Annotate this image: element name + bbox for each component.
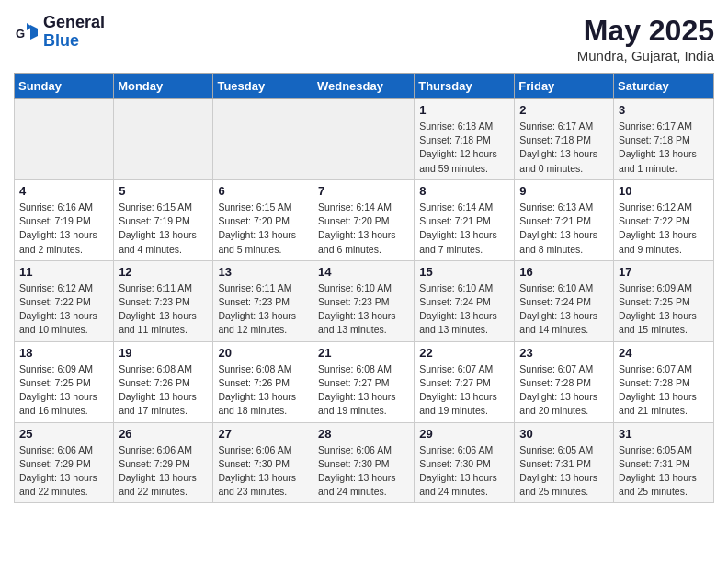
page-header: G General Blue May 2025 Mundra, Gujarat,… [14,14,714,63]
day-info: Sunrise: 6:17 AMSunset: 7:18 PMDaylight:… [619,120,709,176]
day-number: 13 [218,265,308,279]
logo: G General Blue [14,14,105,51]
calendar-cell: 24Sunrise: 6:07 AMSunset: 7:28 PMDayligh… [614,341,714,422]
calendar-cell: 15Sunrise: 6:10 AMSunset: 7:24 PMDayligh… [415,260,515,341]
day-info: Sunrise: 6:16 AMSunset: 7:19 PMDaylight:… [19,201,108,257]
calendar-cell: 23Sunrise: 6:07 AMSunset: 7:28 PMDayligh… [515,341,614,422]
calendar-week-1: 4Sunrise: 6:16 AMSunset: 7:19 PMDaylight… [15,179,714,260]
day-info: Sunrise: 6:08 AMSunset: 7:27 PMDaylight:… [318,362,409,419]
day-number: 12 [119,265,208,279]
title-block: May 2025 Mundra, Gujarat, India [577,14,714,63]
calendar-week-0: 1Sunrise: 6:18 AMSunset: 7:18 PMDaylight… [15,99,714,180]
calendar-cell: 17Sunrise: 6:09 AMSunset: 7:25 PMDayligh… [614,260,714,341]
day-info: Sunrise: 6:15 AMSunset: 7:20 PMDaylight:… [218,201,308,257]
location: Mundra, Gujarat, India [577,48,714,63]
day-info: Sunrise: 6:10 AMSunset: 7:24 PMDaylight:… [419,282,509,338]
day-number: 30 [519,427,609,441]
calendar-cell: 13Sunrise: 6:11 AMSunset: 7:23 PMDayligh… [213,260,313,341]
day-info: Sunrise: 6:12 AMSunset: 7:22 PMDaylight:… [19,282,108,338]
calendar-cell: 27Sunrise: 6:06 AMSunset: 7:30 PMDayligh… [213,422,313,503]
calendar-cell: 12Sunrise: 6:11 AMSunset: 7:23 PMDayligh… [114,260,213,341]
day-number: 14 [318,265,409,279]
day-info: Sunrise: 6:07 AMSunset: 7:28 PMDaylight:… [519,362,609,419]
day-number: 19 [119,346,208,360]
day-number: 8 [419,184,509,198]
calendar-cell: 16Sunrise: 6:10 AMSunset: 7:24 PMDayligh… [515,260,614,341]
day-number: 29 [419,427,509,441]
day-number: 25 [19,427,108,441]
day-info: Sunrise: 6:09 AMSunset: 7:25 PMDaylight:… [19,362,108,419]
day-number: 27 [218,427,308,441]
day-info: Sunrise: 6:12 AMSunset: 7:22 PMDaylight:… [619,201,709,257]
day-number: 21 [318,346,409,360]
calendar-cell: 25Sunrise: 6:06 AMSunset: 7:29 PMDayligh… [15,422,114,503]
day-info: Sunrise: 6:07 AMSunset: 7:27 PMDaylight:… [419,362,509,419]
calendar-cell: 2Sunrise: 6:17 AMSunset: 7:18 PMDaylight… [515,99,614,180]
calendar-cell [114,99,213,180]
calendar-cell: 14Sunrise: 6:10 AMSunset: 7:23 PMDayligh… [313,260,414,341]
day-number: 15 [419,265,509,279]
day-number: 22 [419,346,509,360]
calendar-cell: 3Sunrise: 6:17 AMSunset: 7:18 PMDaylight… [614,99,714,180]
day-number: 31 [619,427,709,441]
day-info: Sunrise: 6:14 AMSunset: 7:20 PMDaylight:… [318,201,409,257]
day-number: 11 [19,265,108,279]
weekday-header-thursday: Thursday [415,74,515,99]
day-info: Sunrise: 6:06 AMSunset: 7:29 PMDaylight:… [19,443,108,500]
day-number: 17 [619,265,709,279]
calendar-header-row: SundayMondayTuesdayWednesdayThursdayFrid… [15,74,714,99]
calendar-cell: 9Sunrise: 6:13 AMSunset: 7:21 PMDaylight… [515,179,614,260]
day-number: 9 [519,184,609,198]
logo-icon: G [14,19,40,45]
svg-text:G: G [16,27,25,40]
weekday-header-sunday: Sunday [15,74,114,99]
calendar-cell: 26Sunrise: 6:06 AMSunset: 7:29 PMDayligh… [114,422,213,503]
day-info: Sunrise: 6:06 AMSunset: 7:29 PMDaylight:… [119,443,208,500]
calendar-cell: 28Sunrise: 6:06 AMSunset: 7:30 PMDayligh… [313,422,414,503]
day-info: Sunrise: 6:08 AMSunset: 7:26 PMDaylight:… [119,362,208,419]
calendar-cell: 21Sunrise: 6:08 AMSunset: 7:27 PMDayligh… [313,341,414,422]
day-number: 1 [419,103,509,117]
logo-text-blue: Blue [43,32,105,51]
day-info: Sunrise: 6:15 AMSunset: 7:19 PMDaylight:… [119,201,208,257]
calendar-cell: 30Sunrise: 6:05 AMSunset: 7:31 PMDayligh… [515,422,614,503]
calendar-table: SundayMondayTuesdayWednesdayThursdayFrid… [14,73,714,503]
day-info: Sunrise: 6:10 AMSunset: 7:23 PMDaylight:… [318,282,409,338]
day-info: Sunrise: 6:08 AMSunset: 7:26 PMDaylight:… [218,362,308,419]
calendar-cell: 18Sunrise: 6:09 AMSunset: 7:25 PMDayligh… [15,341,114,422]
day-info: Sunrise: 6:05 AMSunset: 7:31 PMDaylight:… [519,443,609,500]
day-number: 20 [218,346,308,360]
day-info: Sunrise: 6:06 AMSunset: 7:30 PMDaylight:… [419,443,509,500]
day-number: 24 [619,346,709,360]
logo-text-general: General [43,14,105,32]
calendar-cell: 31Sunrise: 6:05 AMSunset: 7:31 PMDayligh… [614,422,714,503]
month-title: May 2025 [577,14,714,48]
weekday-header-friday: Friday [515,74,614,99]
weekday-header-tuesday: Tuesday [213,74,313,99]
calendar-cell [313,99,414,180]
day-info: Sunrise: 6:13 AMSunset: 7:21 PMDaylight:… [519,201,609,257]
day-info: Sunrise: 6:14 AMSunset: 7:21 PMDaylight:… [419,201,509,257]
calendar-cell [213,99,313,180]
calendar-cell: 20Sunrise: 6:08 AMSunset: 7:26 PMDayligh… [213,341,313,422]
day-number: 26 [119,427,208,441]
day-info: Sunrise: 6:06 AMSunset: 7:30 PMDaylight:… [318,443,409,500]
calendar-cell: 7Sunrise: 6:14 AMSunset: 7:20 PMDaylight… [313,179,414,260]
day-info: Sunrise: 6:06 AMSunset: 7:30 PMDaylight:… [218,443,308,500]
calendar-cell: 8Sunrise: 6:14 AMSunset: 7:21 PMDaylight… [415,179,515,260]
day-info: Sunrise: 6:10 AMSunset: 7:24 PMDaylight:… [519,282,609,338]
day-number: 10 [619,184,709,198]
calendar-cell: 10Sunrise: 6:12 AMSunset: 7:22 PMDayligh… [614,179,714,260]
day-number: 23 [519,346,609,360]
day-info: Sunrise: 6:17 AMSunset: 7:18 PMDaylight:… [519,120,609,176]
weekday-header-wednesday: Wednesday [313,74,414,99]
calendar-cell: 11Sunrise: 6:12 AMSunset: 7:22 PMDayligh… [15,260,114,341]
calendar-cell: 19Sunrise: 6:08 AMSunset: 7:26 PMDayligh… [114,341,213,422]
day-number: 4 [19,184,108,198]
day-number: 2 [519,103,609,117]
calendar-cell: 1Sunrise: 6:18 AMSunset: 7:18 PMDaylight… [415,99,515,180]
weekday-header-monday: Monday [114,74,213,99]
day-number: 28 [318,427,409,441]
calendar-week-4: 25Sunrise: 6:06 AMSunset: 7:29 PMDayligh… [15,422,714,503]
day-info: Sunrise: 6:05 AMSunset: 7:31 PMDaylight:… [619,443,709,500]
